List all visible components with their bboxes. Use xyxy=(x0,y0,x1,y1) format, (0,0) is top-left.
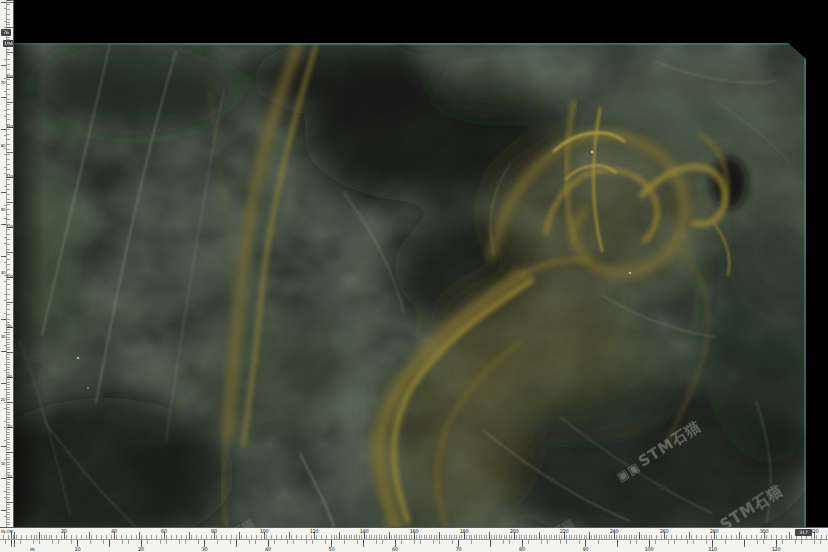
ruler-number: 60 xyxy=(0,143,6,148)
left-ruler-cm-ticks xyxy=(6,0,13,527)
ruler-number: 80 xyxy=(211,529,217,534)
ruler-number: 240 xyxy=(610,529,619,534)
ruler-number: 90 xyxy=(583,547,589,552)
left-ruler: 76 194 204060801001201401601801020304050… xyxy=(0,0,14,527)
bottom-ruler-inch-row: IN 102030405060708090100110120 xyxy=(0,540,828,552)
slab-height-badge-cm: 194 xyxy=(3,40,14,47)
ruler-number: 50 xyxy=(329,547,335,552)
ruler-number: 180 xyxy=(460,529,469,534)
bottom-ruler-cm-row: IN CM 2040608010012014016018020022024026… xyxy=(0,528,828,540)
ruler-number: 120 xyxy=(772,547,781,552)
slab-stone-texture xyxy=(14,43,806,527)
ruler-number: 20 xyxy=(61,529,67,534)
ruler-unit-labels: IN CM xyxy=(1,529,13,534)
ruler-number: 10 xyxy=(75,547,81,552)
ruler-number: 120 xyxy=(310,529,319,534)
ruler-number: 60 xyxy=(6,374,13,379)
ruler-number: 260 xyxy=(660,529,669,534)
ruler-number: 160 xyxy=(6,124,13,129)
ruler-number: 80 xyxy=(6,324,13,329)
slab-image xyxy=(14,43,806,527)
ruler-number: 40 xyxy=(111,529,117,534)
slab-viewer: ▣▣STM石猫 ▣▣STM石猫 ▣▣STM石猫 ▣▣STM石猫 76 194 2… xyxy=(0,0,828,552)
ruler-number: 160 xyxy=(410,529,419,534)
ruler-number: 180 xyxy=(6,74,13,79)
slab-top-edge-highlight xyxy=(14,43,806,45)
ruler-number: 200 xyxy=(510,529,519,534)
ruler-number: 300 xyxy=(760,529,769,534)
ruler-number: 30 xyxy=(0,334,6,339)
ruler-number: 20 xyxy=(6,474,13,479)
ruler-number: 50 xyxy=(0,207,6,212)
ruler-number: 110 xyxy=(708,547,717,552)
ruler-number: 140 xyxy=(360,529,369,534)
ruler-number: 100 xyxy=(6,274,13,279)
ruler-number: 120 xyxy=(6,224,13,229)
ruler-number: 20 xyxy=(0,397,6,402)
ruler-number: 10 xyxy=(0,461,6,466)
ruler-number: 70 xyxy=(0,80,6,85)
ruler-number: 60 xyxy=(161,529,167,534)
slab-right-edge-highlight xyxy=(804,43,806,527)
ruler-number: 40 xyxy=(0,270,6,275)
slab-left-shadow xyxy=(14,43,44,527)
ruler-number: 40 xyxy=(265,547,271,552)
ruler-number: 40 xyxy=(6,424,13,429)
ruler-number: 280 xyxy=(710,529,719,534)
ruler-number: 60 xyxy=(392,547,398,552)
ruler-number: 140 xyxy=(6,174,13,179)
ruler-number: 100 xyxy=(260,529,269,534)
inch-row-label: IN xyxy=(30,547,35,552)
ruler-number: 20 xyxy=(138,547,144,552)
bottom-ruler: IN CM 2040608010012014016018020022024026… xyxy=(0,527,828,552)
ruler-number: 70 xyxy=(456,547,462,552)
slab-width-badge-cm: 317 xyxy=(795,529,812,536)
slab-height-badge-inches: 76 xyxy=(1,29,11,36)
ruler-number: 100 xyxy=(645,547,654,552)
